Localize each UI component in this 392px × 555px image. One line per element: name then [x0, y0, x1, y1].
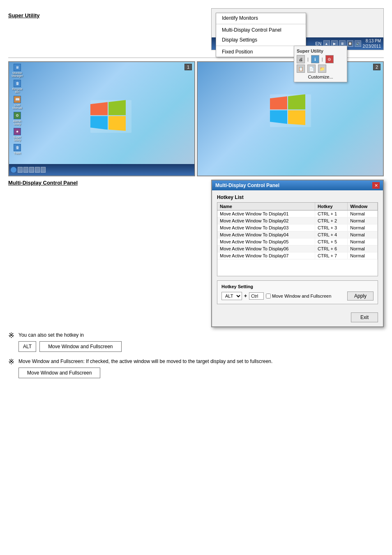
su-icon-a[interactable]: 📋 [297, 65, 305, 73]
table-cell-window: Normal [348, 210, 378, 217]
menu-separator-1 [216, 24, 306, 24]
apply-button[interactable]: Apply [347, 291, 374, 301]
desktop-icon-recycle[interactable]: 🗑 Recycle Bin [11, 80, 24, 93]
note1-box2: Move Window and Fullscreen [39, 341, 121, 352]
recycle-icon-label: Recycle Bin [11, 88, 24, 93]
taskbar-icon-5[interactable]: 🔊 [355, 40, 361, 47]
start-button-1[interactable] [11, 167, 16, 173]
desktop-icon-trash[interactable]: 🗑 Trash [11, 144, 24, 155]
top-left: Super Utility [8, 8, 203, 18]
svg-rect-9 [270, 95, 311, 127]
bottom-section: ※ You can also set the hotkey in ALT Mov… [0, 327, 392, 388]
taskbar-date: 2/23/2011 [363, 44, 381, 49]
plus-symbol: + [244, 293, 247, 299]
control-panel-heading: Multi-Display Control Panel [8, 180, 78, 186]
dialog-titlebar: Multi-Display Control Panel ✕ [212, 180, 383, 190]
top-left-heading: Super Utility [8, 12, 40, 18]
super-icon: ★ [14, 128, 21, 135]
desktop-icon-monitor[interactable]: 🖥 Monitor Manager [11, 64, 24, 77]
hotkey-setting-box: Hotkey Setting ALT CTRL SHIFT + Move Win… [217, 280, 378, 304]
hotkey-setting-row: ALT CTRL SHIFT + Move Window and Fullscr… [221, 291, 374, 301]
col-header-name: Name [217, 203, 315, 210]
table-row[interactable]: Move Active Window To Display05CTRL + 5N… [217, 238, 378, 245]
table-cell-name: Move Active Window To Display02 [217, 217, 315, 224]
table-cell-name: Move Active Window To Display06 [217, 245, 315, 252]
su-divider2: | [322, 57, 323, 62]
table-row[interactable]: Move Active Window To Display07CTRL + 7N… [217, 252, 378, 259]
desktop-icon-admin[interactable]: ⚙ Admin Utility [11, 112, 24, 125]
windows-logo-svg-2 [270, 95, 311, 127]
control-panel-area: Multi-Display Control Panel Multi-Displa… [0, 180, 392, 327]
customize-link[interactable]: Customize... [297, 74, 344, 79]
admin-icon-label: Admin Utility [11, 120, 24, 125]
note-content-2: Move Window and Fullscreen: If checked, … [18, 358, 384, 378]
monitor-1-desktop-icons: 🖥 Monitor Manager 🗑 Recycle Bin 📖 User M… [11, 64, 24, 155]
note1-inline-boxes: ALT Move Window and Fullscreen [18, 341, 384, 352]
note-symbol-1: ※ [8, 331, 14, 340]
su-icon-printer[interactable]: 🖨 [297, 55, 305, 63]
table-cell-name: Move Active Window To Display03 [217, 224, 315, 231]
su-icon-info[interactable]: ℹ [311, 55, 319, 63]
control-panel-left-text: Multi-Display Control Panel [8, 180, 211, 327]
table-cell-hotkey: CTRL + 7 [315, 252, 348, 259]
trash-icon: 🗑 [14, 144, 21, 151]
key-input[interactable] [249, 292, 264, 300]
menu-item-identify[interactable]: Identify Monitors [216, 13, 306, 23]
su-icon-b[interactable]: 📄 [307, 65, 316, 73]
menu-separator-2 [216, 46, 306, 46]
move-fullscreen-label: Move Window and Fullscreen [266, 294, 331, 298]
table-cell-hotkey: CTRL + 5 [315, 238, 348, 245]
menu-item-fixedposition[interactable]: Fixed Position [216, 47, 306, 57]
note2-box1: Move Window and Fullscreen [18, 368, 100, 378]
admin-icon: ⚙ [14, 112, 21, 119]
move-fullscreen-text: Move Window and Fullscreen [272, 294, 331, 298]
table-cell-window: Normal [348, 224, 378, 231]
hotkey-list-label: Hotkey List [217, 194, 378, 200]
note-symbol-2: ※ [8, 358, 14, 367]
modifier-select[interactable]: ALT CTRL SHIFT [221, 292, 242, 300]
monitor-1-number: 1 [184, 64, 192, 70]
su-icon-c[interactable]: 📁 [318, 65, 326, 73]
note-content-1: You can also set the hotkey in ALT Move … [18, 331, 384, 352]
win-logo-2 [270, 95, 311, 129]
taskbar-clock: 8:13 PM 2/23/2011 [363, 38, 381, 49]
monitor-2: 2 [197, 61, 384, 176]
win-logo-1 [90, 100, 131, 134]
note1-text: You can also set the hotkey in [18, 332, 84, 338]
note-row-2: ※ Move Window and Fullscreen: If checked… [8, 358, 384, 378]
table-cell-hotkey: CTRL + 6 [315, 245, 348, 252]
move-fullscreen-checkbox[interactable] [266, 294, 271, 298]
hotkey-table-container[interactable]: Name Hotkey Window Move Active Window To… [217, 202, 378, 276]
table-row[interactable]: Move Active Window To Display04CTRL + 4N… [217, 231, 378, 238]
taskbar-btn-3[interactable] [29, 167, 34, 173]
table-row[interactable]: Move Active Window To Display02CTRL + 2N… [217, 217, 378, 224]
menu-item-multicontrol[interactable]: Multi-Display Control Panel [216, 25, 306, 35]
taskbar-btn-2[interactable] [23, 167, 28, 173]
su-icon-settings[interactable]: ⚙ [325, 55, 334, 63]
context-menu[interactable]: Identify Monitors Multi-Display Control … [216, 13, 306, 57]
taskbar-btn-1[interactable] [18, 167, 23, 173]
table-row[interactable]: Move Active Window To Display01CTRL + 1N… [217, 210, 378, 217]
col-header-hotkey: Hotkey [315, 203, 348, 210]
table-header-row: Name Hotkey Window [217, 203, 378, 210]
table-row[interactable]: Move Active Window To Display06CTRL + 6N… [217, 245, 378, 252]
taskbar-icon-4[interactable]: 🔲 [347, 40, 353, 47]
desktop-icon-super[interactable]: ★ Super Utility [11, 128, 24, 141]
dialog-title: Multi-Display Control Panel [215, 183, 279, 188]
taskbar-btn-4[interactable] [35, 167, 40, 173]
hotkey-table-body: Move Active Window To Display01CTRL + 1N… [217, 210, 378, 259]
desktop-icon-manual[interactable]: 📖 User Manual [11, 96, 24, 109]
taskbar-btn-5[interactable] [41, 167, 46, 173]
manual-icon: 📖 [14, 96, 21, 103]
svg-rect-4 [90, 100, 131, 133]
super-utility-popup: Super Utility 🖨 | ℹ | ⚙ 📋 📄 📁 Customize.… [294, 46, 347, 82]
dialog-close-button[interactable]: ✕ [372, 182, 380, 189]
super-utility-icons-row1: 🖨 | ℹ | ⚙ [297, 55, 344, 63]
table-cell-window: Normal [348, 252, 378, 259]
table-cell-window: Normal [348, 238, 378, 245]
table-row[interactable]: Move Active Window To Display03CTRL + 3N… [217, 224, 378, 231]
exit-button[interactable]: Exit [351, 312, 378, 322]
menu-item-displaysettings[interactable]: Display Settings [216, 35, 306, 45]
super-utility-icons-row2: 📋 📄 📁 [297, 65, 344, 73]
note2-text: Move Window and Fullscreen: If checked, … [18, 358, 272, 364]
